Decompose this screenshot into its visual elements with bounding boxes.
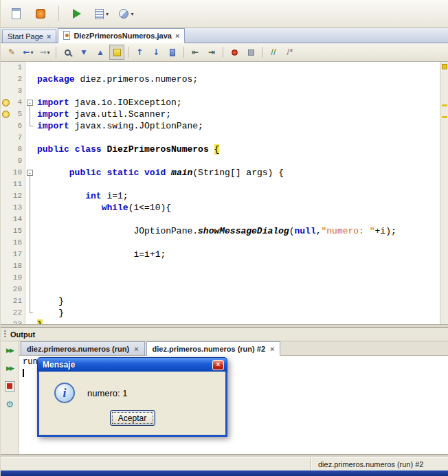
code-text[interactable]: import java.util.Scanner; — [34, 109, 440, 120]
warning-icon[interactable] — [2, 111, 10, 118]
line-gutter[interactable]: 4 — [1, 97, 25, 109]
fold-margin[interactable]: - — [25, 97, 34, 109]
code-text[interactable]: int i=1; — [34, 190, 440, 202]
editor-tab[interactable]: Start Page× — [2, 30, 56, 43]
debug-main-dropdown-icon[interactable]: ▾ — [106, 11, 109, 17]
line-gutter[interactable]: 11 — [1, 179, 25, 190]
rerun-debug-button[interactable]: ▶▶ — [3, 362, 16, 374]
line-gutter[interactable]: 22 — [1, 307, 25, 319]
line-gutter[interactable]: 10 — [1, 167, 25, 179]
output-tab-close-icon[interactable]: × — [134, 345, 138, 352]
shift-right-button[interactable]: ⇥ — [204, 45, 219, 60]
output-console[interactable]: run: Mensaje × i numero: 1 Aceptar — [19, 356, 448, 454]
shift-left-button[interactable]: ⇤ — [188, 45, 203, 60]
comment-button[interactable]: // — [266, 45, 281, 60]
stop-macro-button[interactable] — [243, 45, 258, 60]
debug-main-button[interactable]: ▾ — [92, 3, 111, 24]
error-stripe-mark[interactable] — [442, 104, 447, 106]
line-gutter[interactable]: 16 — [1, 237, 25, 249]
fold-collapse-icon[interactable]: - — [27, 170, 33, 176]
output-tab[interactable]: diez.primeros.numeros (run) #2× — [146, 341, 281, 356]
line-gutter[interactable]: 3 — [1, 85, 25, 97]
code-text[interactable] — [34, 85, 440, 97]
tab-close-icon[interactable]: × — [47, 33, 51, 40]
line-gutter[interactable]: 13 — [1, 202, 25, 214]
dialog-titlebar[interactable]: Mensaje × — [37, 357, 227, 372]
code-text[interactable]: package diez.primeros.numeros; — [34, 73, 440, 85]
code-text[interactable]: import java.io.IOException; — [34, 97, 440, 109]
error-stripe-mark[interactable] — [442, 116, 447, 118]
code-text[interactable] — [34, 284, 440, 295]
line-gutter[interactable]: 15 — [1, 225, 25, 237]
code-text[interactable] — [34, 179, 440, 190]
output-tab[interactable]: diez.primeros.numeros (run)× — [21, 341, 145, 355]
dialog-close-button[interactable]: × — [212, 360, 224, 370]
code-text[interactable]: i=i+1; — [34, 249, 440, 260]
line-gutter[interactable]: 2 — [1, 73, 25, 85]
code-text[interactable]: JOptionPane.showMessageDialog(null,"nume… — [34, 225, 440, 237]
next-bookmark-button[interactable]: ↓ — [148, 45, 164, 60]
editor-tab[interactable]: DiezPrimerosNumeros.java× — [58, 28, 185, 43]
code-text[interactable] — [34, 237, 440, 249]
warning-icon[interactable] — [2, 99, 10, 106]
line-gutter[interactable]: 21 — [1, 295, 25, 307]
line-gutter[interactable]: 1 — [1, 62, 25, 73]
code-lines[interactable]: 12package diez.primeros.numeros;34-impor… — [1, 62, 440, 324]
stop-button[interactable] — [3, 380, 16, 392]
accept-button[interactable]: Aceptar — [110, 410, 155, 426]
code-text[interactable] — [34, 132, 440, 144]
rerun-button[interactable]: ▶▶ — [3, 344, 16, 356]
profile-main-button[interactable]: ▾ — [117, 3, 136, 24]
line-gutter[interactable]: 18 — [1, 260, 25, 272]
code-text[interactable]: while(i<=10){ — [34, 202, 440, 214]
find-next-button[interactable]: ▼ — [76, 45, 91, 60]
line-gutter[interactable]: 23 — [1, 319, 25, 324]
code-text[interactable]: } — [34, 319, 440, 324]
clean-build-button[interactable] — [31, 3, 50, 24]
start-macro-button[interactable] — [227, 45, 242, 60]
line-gutter[interactable]: 20 — [1, 284, 25, 295]
find-selection-button[interactable] — [60, 45, 75, 60]
fold-collapse-icon[interactable]: - — [27, 100, 33, 106]
line-gutter[interactable]: 19 — [1, 272, 25, 284]
error-stripe-status-icon[interactable] — [442, 64, 447, 69]
toggle-bookmark-button[interactable] — [165, 45, 180, 60]
code-text[interactable] — [34, 155, 440, 167]
run-main-button[interactable] — [67, 3, 87, 24]
uncomment-button[interactable]: /* — [282, 45, 298, 60]
previous-bookmark-button[interactable]: ↑ — [132, 45, 147, 60]
code-text[interactable]: import javax.swing.JOptionPane; — [34, 120, 440, 132]
last-edit-position-button[interactable]: ✎ — [4, 45, 19, 60]
line-gutter[interactable]: 12 — [1, 190, 25, 202]
find-previous-button[interactable]: ▲ — [93, 45, 108, 60]
output-tab-close-icon[interactable]: × — [270, 345, 274, 352]
code-text[interactable]: } — [34, 307, 440, 319]
back-button[interactable]: ←▾ — [21, 45, 36, 60]
code-text[interactable] — [34, 214, 440, 225]
profile-main-dropdown-icon[interactable]: ▾ — [131, 11, 133, 17]
fold-margin[interactable]: - — [25, 167, 34, 179]
line-gutter[interactable]: 17 — [1, 249, 25, 260]
line-gutter[interactable]: 7 — [1, 132, 25, 144]
ant-settings-button[interactable]: ⚙ — [3, 398, 16, 410]
code-text[interactable]: public static void main(String[] args) { — [34, 167, 440, 179]
code-text[interactable]: } — [34, 295, 440, 307]
toggle-highlight-button[interactable] — [109, 45, 124, 60]
forward-button[interactable]: →▾ — [37, 45, 52, 60]
code-text[interactable] — [34, 62, 440, 73]
line-gutter[interactable]: 8 — [1, 144, 25, 155]
error-stripe[interactable] — [440, 62, 448, 324]
forward-dropdown-icon[interactable]: ▾ — [47, 49, 50, 56]
code-text[interactable] — [34, 272, 440, 284]
code-text[interactable]: public class DiezPrimerosNumeros { — [34, 144, 440, 155]
code-text[interactable] — [34, 260, 440, 272]
line-gutter[interactable]: 6 — [1, 120, 25, 132]
line-gutter[interactable]: 9 — [1, 155, 25, 167]
output-drag-grip[interactable] — [4, 330, 6, 339]
code-editor[interactable]: 12package diez.primeros.numeros;34-impor… — [1, 62, 448, 324]
back-dropdown-icon[interactable]: ▾ — [31, 49, 34, 56]
tab-close-icon[interactable]: × — [175, 32, 179, 39]
new-file-button[interactable] — [6, 3, 25, 24]
line-gutter[interactable]: 5 — [1, 109, 25, 120]
line-gutter[interactable]: 14 — [1, 214, 25, 225]
